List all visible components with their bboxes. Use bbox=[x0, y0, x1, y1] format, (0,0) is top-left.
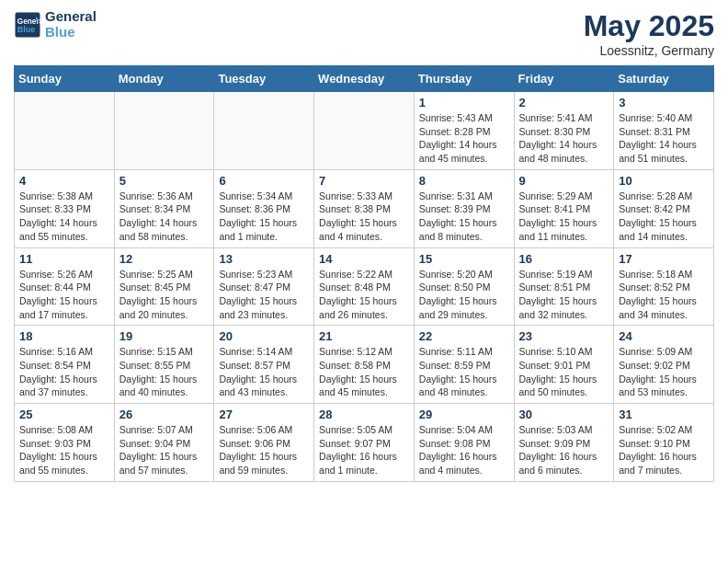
calendar-cell bbox=[114, 92, 214, 170]
calendar-cell: 23Sunrise: 5:10 AM Sunset: 9:01 PM Dayli… bbox=[514, 326, 614, 404]
calendar-cell: 25Sunrise: 5:08 AM Sunset: 9:03 PM Dayli… bbox=[15, 404, 115, 482]
calendar-week-row-3: 11Sunrise: 5:26 AM Sunset: 8:44 PM Dayli… bbox=[15, 247, 714, 326]
day-number: 6 bbox=[219, 174, 309, 188]
weekday-header-thursday: Thursday bbox=[414, 66, 514, 92]
calendar-week-row-5: 25Sunrise: 5:08 AM Sunset: 9:03 PM Dayli… bbox=[15, 404, 714, 482]
calendar-cell: 21Sunrise: 5:12 AM Sunset: 8:58 PM Dayli… bbox=[314, 326, 415, 404]
weekday-header-monday: Monday bbox=[114, 66, 214, 92]
day-info: Sunrise: 5:43 AM Sunset: 8:28 PM Dayligh… bbox=[419, 111, 509, 166]
calendar-table: SundayMondayTuesdayWednesdayThursdayFrid… bbox=[14, 65, 714, 482]
calendar-cell: 14Sunrise: 5:22 AM Sunset: 8:48 PM Dayli… bbox=[314, 247, 415, 326]
day-info: Sunrise: 5:18 AM Sunset: 8:52 PM Dayligh… bbox=[619, 268, 709, 322]
calendar-cell: 31Sunrise: 5:02 AM Sunset: 9:10 PM Dayli… bbox=[614, 404, 714, 482]
calendar-cell: 19Sunrise: 5:15 AM Sunset: 8:55 PM Dayli… bbox=[114, 326, 214, 404]
weekday-header-friday: Friday bbox=[514, 66, 614, 92]
day-info: Sunrise: 5:07 AM Sunset: 9:04 PM Dayligh… bbox=[119, 423, 210, 477]
calendar-cell: 8Sunrise: 5:31 AM Sunset: 8:39 PM Daylig… bbox=[414, 169, 514, 247]
day-number: 13 bbox=[219, 252, 309, 266]
day-info: Sunrise: 5:15 AM Sunset: 8:55 PM Dayligh… bbox=[119, 345, 210, 399]
day-info: Sunrise: 5:06 AM Sunset: 9:06 PM Dayligh… bbox=[219, 423, 309, 477]
day-info: Sunrise: 5:38 AM Sunset: 8:33 PM Dayligh… bbox=[19, 190, 109, 244]
calendar-cell: 1Sunrise: 5:43 AM Sunset: 8:28 PM Daylig… bbox=[414, 92, 514, 170]
calendar-cell: 7Sunrise: 5:33 AM Sunset: 8:38 PM Daylig… bbox=[314, 169, 415, 247]
day-info: Sunrise: 5:40 AM Sunset: 8:31 PM Dayligh… bbox=[619, 111, 709, 166]
day-info: Sunrise: 5:16 AM Sunset: 8:54 PM Dayligh… bbox=[19, 345, 109, 399]
day-number: 14 bbox=[319, 252, 409, 266]
calendar-cell: 26Sunrise: 5:07 AM Sunset: 9:04 PM Dayli… bbox=[114, 404, 214, 482]
day-info: Sunrise: 5:14 AM Sunset: 8:57 PM Dayligh… bbox=[219, 345, 309, 399]
day-info: Sunrise: 5:12 AM Sunset: 8:58 PM Dayligh… bbox=[319, 345, 409, 399]
day-number: 27 bbox=[219, 408, 309, 421]
day-number: 17 bbox=[619, 252, 709, 266]
day-info: Sunrise: 5:23 AM Sunset: 8:47 PM Dayligh… bbox=[219, 268, 309, 322]
day-number: 15 bbox=[419, 252, 509, 266]
calendar-cell: 29Sunrise: 5:04 AM Sunset: 9:08 PM Dayli… bbox=[414, 404, 514, 482]
day-info: Sunrise: 5:31 AM Sunset: 8:39 PM Dayligh… bbox=[419, 190, 509, 244]
day-number: 22 bbox=[419, 329, 509, 343]
day-number: 21 bbox=[319, 329, 409, 343]
calendar-cell: 22Sunrise: 5:11 AM Sunset: 8:59 PM Dayli… bbox=[414, 326, 514, 404]
day-info: Sunrise: 5:02 AM Sunset: 9:10 PM Dayligh… bbox=[619, 423, 709, 477]
day-number: 11 bbox=[19, 252, 109, 266]
title-block: May 2025 Loessnitz, Germany bbox=[584, 9, 714, 58]
calendar-cell: 24Sunrise: 5:09 AM Sunset: 9:02 PM Dayli… bbox=[614, 326, 714, 404]
weekday-header-saturday: Saturday bbox=[614, 66, 714, 92]
calendar-cell: 11Sunrise: 5:26 AM Sunset: 8:44 PM Dayli… bbox=[15, 247, 115, 326]
day-info: Sunrise: 5:10 AM Sunset: 9:01 PM Dayligh… bbox=[519, 345, 609, 399]
calendar-week-row-1: 1Sunrise: 5:43 AM Sunset: 8:28 PM Daylig… bbox=[15, 92, 714, 170]
day-info: Sunrise: 5:33 AM Sunset: 8:38 PM Dayligh… bbox=[319, 190, 409, 244]
day-info: Sunrise: 5:26 AM Sunset: 8:44 PM Dayligh… bbox=[19, 268, 109, 322]
calendar-cell bbox=[314, 92, 415, 170]
day-number: 30 bbox=[519, 408, 609, 421]
day-info: Sunrise: 5:03 AM Sunset: 9:09 PM Dayligh… bbox=[519, 423, 609, 477]
calendar-cell: 13Sunrise: 5:23 AM Sunset: 8:47 PM Dayli… bbox=[214, 247, 314, 326]
day-number: 20 bbox=[219, 329, 309, 343]
calendar-cell: 5Sunrise: 5:36 AM Sunset: 8:34 PM Daylig… bbox=[114, 169, 214, 247]
day-number: 5 bbox=[119, 174, 210, 188]
calendar-cell: 2Sunrise: 5:41 AM Sunset: 8:30 PM Daylig… bbox=[514, 92, 614, 170]
day-number: 10 bbox=[619, 174, 709, 188]
day-number: 18 bbox=[19, 329, 109, 343]
day-info: Sunrise: 5:25 AM Sunset: 8:45 PM Dayligh… bbox=[119, 268, 210, 322]
day-info: Sunrise: 5:08 AM Sunset: 9:03 PM Dayligh… bbox=[19, 423, 109, 477]
calendar-page: General Blue General Blue May 2025 Loess… bbox=[0, 0, 728, 491]
location-label: Loessnitz, Germany bbox=[584, 43, 714, 58]
day-info: Sunrise: 5:19 AM Sunset: 8:51 PM Dayligh… bbox=[519, 268, 609, 322]
page-header: General Blue General Blue May 2025 Loess… bbox=[14, 9, 714, 58]
day-number: 29 bbox=[419, 408, 509, 421]
day-number: 25 bbox=[19, 408, 109, 421]
calendar-cell: 16Sunrise: 5:19 AM Sunset: 8:51 PM Dayli… bbox=[514, 247, 614, 326]
calendar-cell: 17Sunrise: 5:18 AM Sunset: 8:52 PM Dayli… bbox=[614, 247, 714, 326]
day-info: Sunrise: 5:20 AM Sunset: 8:50 PM Dayligh… bbox=[419, 268, 509, 322]
day-number: 4 bbox=[19, 174, 109, 188]
calendar-cell: 18Sunrise: 5:16 AM Sunset: 8:54 PM Dayli… bbox=[15, 326, 115, 404]
calendar-cell: 27Sunrise: 5:06 AM Sunset: 9:06 PM Dayli… bbox=[214, 404, 314, 482]
day-number: 2 bbox=[519, 96, 609, 109]
calendar-cell: 30Sunrise: 5:03 AM Sunset: 9:09 PM Dayli… bbox=[514, 404, 614, 482]
weekday-header-sunday: Sunday bbox=[15, 66, 115, 92]
calendar-cell: 6Sunrise: 5:34 AM Sunset: 8:36 PM Daylig… bbox=[214, 169, 314, 247]
day-number: 16 bbox=[519, 252, 609, 266]
day-number: 1 bbox=[419, 96, 509, 109]
calendar-cell: 9Sunrise: 5:29 AM Sunset: 8:41 PM Daylig… bbox=[514, 169, 614, 247]
day-info: Sunrise: 5:09 AM Sunset: 9:02 PM Dayligh… bbox=[619, 345, 709, 399]
day-info: Sunrise: 5:36 AM Sunset: 8:34 PM Dayligh… bbox=[119, 190, 210, 244]
day-info: Sunrise: 5:34 AM Sunset: 8:36 PM Dayligh… bbox=[219, 190, 309, 244]
day-info: Sunrise: 5:05 AM Sunset: 9:07 PM Dayligh… bbox=[319, 423, 409, 477]
day-number: 7 bbox=[319, 174, 409, 188]
logo-general-label: General bbox=[45, 9, 97, 25]
calendar-cell: 3Sunrise: 5:40 AM Sunset: 8:31 PM Daylig… bbox=[614, 92, 714, 170]
day-number: 28 bbox=[319, 408, 409, 421]
svg-text:Blue: Blue bbox=[17, 24, 36, 33]
day-number: 8 bbox=[419, 174, 509, 188]
calendar-cell bbox=[15, 92, 115, 170]
calendar-cell bbox=[214, 92, 314, 170]
calendar-cell: 12Sunrise: 5:25 AM Sunset: 8:45 PM Dayli… bbox=[114, 247, 214, 326]
calendar-cell: 4Sunrise: 5:38 AM Sunset: 8:33 PM Daylig… bbox=[15, 169, 115, 247]
day-number: 26 bbox=[119, 408, 210, 421]
logo-icon: General Blue bbox=[14, 11, 41, 39]
day-info: Sunrise: 5:41 AM Sunset: 8:30 PM Dayligh… bbox=[519, 111, 609, 166]
day-info: Sunrise: 5:28 AM Sunset: 8:42 PM Dayligh… bbox=[619, 190, 709, 244]
calendar-cell: 10Sunrise: 5:28 AM Sunset: 8:42 PM Dayli… bbox=[614, 169, 714, 247]
day-number: 12 bbox=[119, 252, 210, 266]
